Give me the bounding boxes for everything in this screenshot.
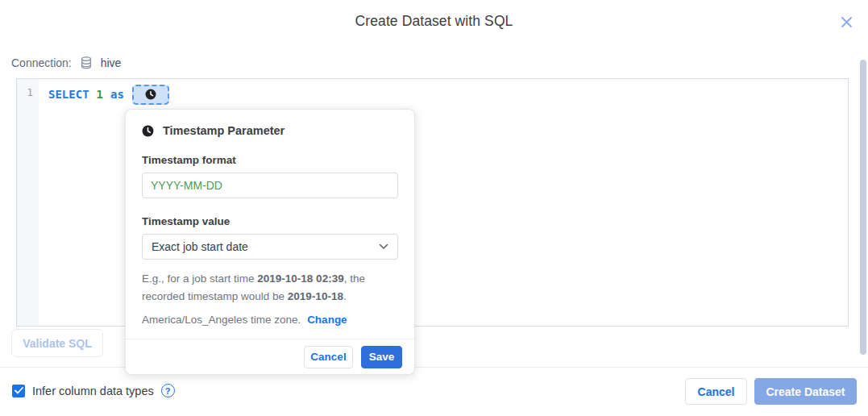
help-text: E.g., for a job start time 2019-10-18 02… xyxy=(142,270,408,305)
infer-column-label: Infer column data types xyxy=(32,385,154,397)
help-text-segment: E.g., for a job start time xyxy=(142,272,257,285)
connection-value: hive xyxy=(101,56,122,69)
chevron-down-icon xyxy=(379,243,388,250)
database-icon xyxy=(79,56,93,70)
line-number: 1 xyxy=(17,86,33,98)
infer-column-row: Infer column data types ? xyxy=(12,384,175,397)
timestamp-format-input[interactable] xyxy=(142,173,398,198)
help-text-bold: 2019-10-18 xyxy=(288,290,343,302)
validate-sql-button[interactable]: Validate SQL xyxy=(11,329,103,357)
help-text-bold: 2019-10-18 02:39 xyxy=(257,272,343,285)
page-title: Create Dataset with SQL xyxy=(0,13,868,30)
help-icon[interactable]: ? xyxy=(161,384,175,397)
change-timezone-link[interactable]: Change xyxy=(307,314,347,326)
connection-row: Connection: hive xyxy=(11,56,121,70)
timestamp-value-select[interactable]: Exact job start date xyxy=(142,234,398,260)
timestamp-parameter-chip[interactable] xyxy=(132,85,169,105)
sql-number-literal: 1 xyxy=(97,88,103,101)
close-icon[interactable] xyxy=(838,14,854,30)
popover-header: Timestamp Parameter xyxy=(142,124,398,137)
clock-icon xyxy=(145,89,156,100)
timestamp-value-selected: Exact job start date xyxy=(152,240,248,253)
popover-title: Timestamp Parameter xyxy=(163,124,284,137)
timezone-text: America/Los_Angeles time zone. xyxy=(142,314,301,326)
code-line: SELECT 1 as xyxy=(48,84,848,105)
clock-icon xyxy=(142,125,154,137)
timestamp-parameter-popover: Timestamp Parameter Timestamp format Tim… xyxy=(125,109,415,375)
help-text-segment: . xyxy=(343,290,347,302)
editor-gutter: 1 xyxy=(17,79,39,326)
popover-footer: Cancel Save xyxy=(126,339,414,374)
timestamp-value-label: Timestamp value xyxy=(142,215,398,227)
timezone-row: America/Los_Angeles time zone. Change xyxy=(142,314,398,326)
connection-label: Connection: xyxy=(11,56,72,69)
infer-column-checkbox[interactable] xyxy=(12,385,25,397)
sql-keyword-select: SELECT xyxy=(48,88,89,101)
popover-cancel-button[interactable]: Cancel xyxy=(304,346,353,368)
cancel-button[interactable]: Cancel xyxy=(685,378,747,405)
create-dataset-button[interactable]: Create Dataset xyxy=(754,378,857,405)
vertical-scrollbar[interactable] xyxy=(860,60,866,355)
sql-keyword-as: as xyxy=(110,88,124,101)
popover-save-button[interactable]: Save xyxy=(361,346,402,368)
timestamp-format-label: Timestamp format xyxy=(142,154,398,166)
